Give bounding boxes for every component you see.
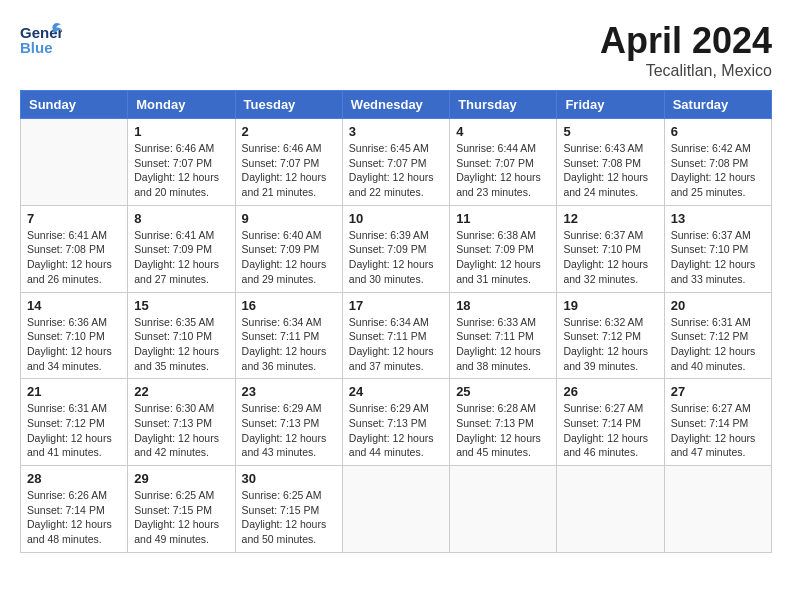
day-info: Sunrise: 6:34 AMSunset: 7:11 PMDaylight:… [242, 315, 336, 374]
day-info: Sunrise: 6:35 AMSunset: 7:10 PMDaylight:… [134, 315, 228, 374]
calendar-cell: 11Sunrise: 6:38 AMSunset: 7:09 PMDayligh… [450, 205, 557, 292]
calendar-cell: 1Sunrise: 6:46 AMSunset: 7:07 PMDaylight… [128, 119, 235, 206]
day-info: Sunrise: 6:46 AMSunset: 7:07 PMDaylight:… [242, 141, 336, 200]
weekday-header-tuesday: Tuesday [235, 91, 342, 119]
calendar-cell: 15Sunrise: 6:35 AMSunset: 7:10 PMDayligh… [128, 292, 235, 379]
title-area: April 2024 Tecalitlan, Mexico [600, 20, 772, 80]
day-number: 20 [671, 298, 765, 313]
calendar-body: 1Sunrise: 6:46 AMSunset: 7:07 PMDaylight… [21, 119, 772, 553]
calendar-cell: 23Sunrise: 6:29 AMSunset: 7:13 PMDayligh… [235, 379, 342, 466]
day-number: 14 [27, 298, 121, 313]
calendar-cell: 16Sunrise: 6:34 AMSunset: 7:11 PMDayligh… [235, 292, 342, 379]
weekday-header-friday: Friday [557, 91, 664, 119]
day-number: 16 [242, 298, 336, 313]
calendar-cell: 4Sunrise: 6:44 AMSunset: 7:07 PMDaylight… [450, 119, 557, 206]
weekday-header-monday: Monday [128, 91, 235, 119]
weekday-header-thursday: Thursday [450, 91, 557, 119]
day-info: Sunrise: 6:27 AMSunset: 7:14 PMDaylight:… [671, 401, 765, 460]
calendar-week-3: 14Sunrise: 6:36 AMSunset: 7:10 PMDayligh… [21, 292, 772, 379]
day-number: 10 [349, 211, 443, 226]
day-number: 12 [563, 211, 657, 226]
calendar-cell: 21Sunrise: 6:31 AMSunset: 7:12 PMDayligh… [21, 379, 128, 466]
day-info: Sunrise: 6:32 AMSunset: 7:12 PMDaylight:… [563, 315, 657, 374]
calendar-cell: 28Sunrise: 6:26 AMSunset: 7:14 PMDayligh… [21, 466, 128, 553]
day-number: 30 [242, 471, 336, 486]
calendar-cell: 8Sunrise: 6:41 AMSunset: 7:09 PMDaylight… [128, 205, 235, 292]
day-info: Sunrise: 6:39 AMSunset: 7:09 PMDaylight:… [349, 228, 443, 287]
day-info: Sunrise: 6:37 AMSunset: 7:10 PMDaylight:… [563, 228, 657, 287]
calendar-cell: 9Sunrise: 6:40 AMSunset: 7:09 PMDaylight… [235, 205, 342, 292]
day-info: Sunrise: 6:33 AMSunset: 7:11 PMDaylight:… [456, 315, 550, 374]
calendar-cell [557, 466, 664, 553]
logo: General Blue [20, 20, 62, 58]
day-info: Sunrise: 6:42 AMSunset: 7:08 PMDaylight:… [671, 141, 765, 200]
day-info: Sunrise: 6:38 AMSunset: 7:09 PMDaylight:… [456, 228, 550, 287]
calendar-cell: 22Sunrise: 6:30 AMSunset: 7:13 PMDayligh… [128, 379, 235, 466]
calendar-cell: 26Sunrise: 6:27 AMSunset: 7:14 PMDayligh… [557, 379, 664, 466]
calendar-cell: 6Sunrise: 6:42 AMSunset: 7:08 PMDaylight… [664, 119, 771, 206]
day-info: Sunrise: 6:45 AMSunset: 7:07 PMDaylight:… [349, 141, 443, 200]
day-number: 2 [242, 124, 336, 139]
day-info: Sunrise: 6:31 AMSunset: 7:12 PMDaylight:… [671, 315, 765, 374]
day-info: Sunrise: 6:37 AMSunset: 7:10 PMDaylight:… [671, 228, 765, 287]
day-number: 11 [456, 211, 550, 226]
day-info: Sunrise: 6:43 AMSunset: 7:08 PMDaylight:… [563, 141, 657, 200]
day-info: Sunrise: 6:29 AMSunset: 7:13 PMDaylight:… [349, 401, 443, 460]
weekday-header-row: SundayMondayTuesdayWednesdayThursdayFrid… [21, 91, 772, 119]
day-number: 9 [242, 211, 336, 226]
day-number: 26 [563, 384, 657, 399]
day-info: Sunrise: 6:26 AMSunset: 7:14 PMDaylight:… [27, 488, 121, 547]
day-number: 1 [134, 124, 228, 139]
month-title: April 2024 [600, 20, 772, 62]
day-info: Sunrise: 6:40 AMSunset: 7:09 PMDaylight:… [242, 228, 336, 287]
day-number: 22 [134, 384, 228, 399]
calendar-week-2: 7Sunrise: 6:41 AMSunset: 7:08 PMDaylight… [21, 205, 772, 292]
day-number: 5 [563, 124, 657, 139]
weekday-header-saturday: Saturday [664, 91, 771, 119]
calendar-cell: 14Sunrise: 6:36 AMSunset: 7:10 PMDayligh… [21, 292, 128, 379]
calendar-cell [342, 466, 449, 553]
calendar-cell: 20Sunrise: 6:31 AMSunset: 7:12 PMDayligh… [664, 292, 771, 379]
calendar-cell: 19Sunrise: 6:32 AMSunset: 7:12 PMDayligh… [557, 292, 664, 379]
calendar-header: SundayMondayTuesdayWednesdayThursdayFrid… [21, 91, 772, 119]
calendar-cell: 30Sunrise: 6:25 AMSunset: 7:15 PMDayligh… [235, 466, 342, 553]
day-number: 13 [671, 211, 765, 226]
day-number: 17 [349, 298, 443, 313]
calendar-cell: 7Sunrise: 6:41 AMSunset: 7:08 PMDaylight… [21, 205, 128, 292]
day-number: 25 [456, 384, 550, 399]
calendar-cell: 25Sunrise: 6:28 AMSunset: 7:13 PMDayligh… [450, 379, 557, 466]
calendar-cell: 27Sunrise: 6:27 AMSunset: 7:14 PMDayligh… [664, 379, 771, 466]
day-number: 15 [134, 298, 228, 313]
day-number: 4 [456, 124, 550, 139]
day-number: 3 [349, 124, 443, 139]
calendar-cell [664, 466, 771, 553]
calendar-cell: 18Sunrise: 6:33 AMSunset: 7:11 PMDayligh… [450, 292, 557, 379]
day-number: 21 [27, 384, 121, 399]
day-info: Sunrise: 6:27 AMSunset: 7:14 PMDaylight:… [563, 401, 657, 460]
calendar-cell: 29Sunrise: 6:25 AMSunset: 7:15 PMDayligh… [128, 466, 235, 553]
calendar-cell: 13Sunrise: 6:37 AMSunset: 7:10 PMDayligh… [664, 205, 771, 292]
day-info: Sunrise: 6:28 AMSunset: 7:13 PMDaylight:… [456, 401, 550, 460]
day-info: Sunrise: 6:36 AMSunset: 7:10 PMDaylight:… [27, 315, 121, 374]
day-number: 24 [349, 384, 443, 399]
day-number: 8 [134, 211, 228, 226]
day-number: 29 [134, 471, 228, 486]
page-header: General Blue April 2024 Tecalitlan, Mexi… [20, 20, 772, 80]
calendar-week-1: 1Sunrise: 6:46 AMSunset: 7:07 PMDaylight… [21, 119, 772, 206]
calendar-cell: 5Sunrise: 6:43 AMSunset: 7:08 PMDaylight… [557, 119, 664, 206]
calendar-cell: 17Sunrise: 6:34 AMSunset: 7:11 PMDayligh… [342, 292, 449, 379]
calendar-week-5: 28Sunrise: 6:26 AMSunset: 7:14 PMDayligh… [21, 466, 772, 553]
calendar-week-4: 21Sunrise: 6:31 AMSunset: 7:12 PMDayligh… [21, 379, 772, 466]
calendar-cell [450, 466, 557, 553]
day-info: Sunrise: 6:29 AMSunset: 7:13 PMDaylight:… [242, 401, 336, 460]
calendar-cell [21, 119, 128, 206]
day-info: Sunrise: 6:44 AMSunset: 7:07 PMDaylight:… [456, 141, 550, 200]
day-number: 23 [242, 384, 336, 399]
day-number: 6 [671, 124, 765, 139]
day-info: Sunrise: 6:34 AMSunset: 7:11 PMDaylight:… [349, 315, 443, 374]
day-number: 7 [27, 211, 121, 226]
calendar-cell: 12Sunrise: 6:37 AMSunset: 7:10 PMDayligh… [557, 205, 664, 292]
day-info: Sunrise: 6:46 AMSunset: 7:07 PMDaylight:… [134, 141, 228, 200]
calendar-cell: 24Sunrise: 6:29 AMSunset: 7:13 PMDayligh… [342, 379, 449, 466]
calendar-cell: 3Sunrise: 6:45 AMSunset: 7:07 PMDaylight… [342, 119, 449, 206]
